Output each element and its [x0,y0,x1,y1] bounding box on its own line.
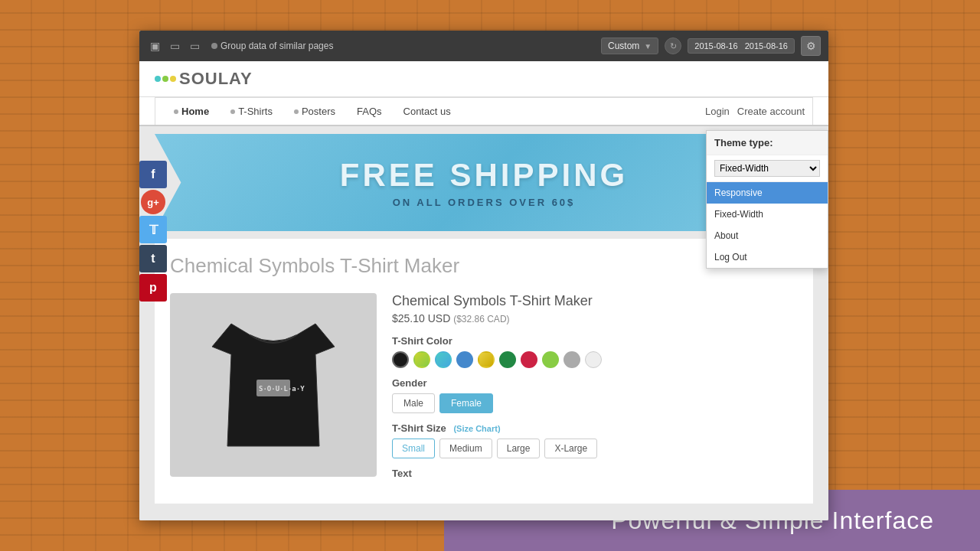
desktop-icon[interactable]: ▣ [147,38,162,54]
nav-home[interactable]: Home [163,98,220,125]
dropdown-arrow-icon: ▼ [644,42,652,51]
nav-dot-home [174,109,178,114]
color-swatch-white[interactable] [585,351,602,368]
nav-dot-posters [294,109,299,114]
color-label: T-Shirt Color [392,335,798,347]
logo: SOULAY [155,69,253,89]
nav-faqs[interactable]: FAQs [346,98,393,125]
date-range: 2015-08-16 2015-08-16 [688,38,795,54]
site-nav: Home T-Shirts Posters FAQs Contact us Lo… [139,97,828,126]
color-swatch-light-green[interactable] [542,351,559,368]
gender-male-button[interactable]: Male [392,393,435,413]
logo-dot-2 [162,76,168,82]
gender-buttons: Male Female [392,393,798,413]
size-buttons: Small Medium Large X-Large [392,439,798,458]
text-option-group: Text [392,468,798,479]
theme-menu-logout[interactable]: Log Out [707,246,828,268]
theme-popup-header: Theme type: [707,131,828,155]
gender-female-button[interactable]: Female [439,393,493,413]
nav-dot-tshirts [230,109,235,114]
nav-inner: Home T-Shirts Posters FAQs Contact us Lo… [155,97,813,125]
text-label: Text [392,468,798,479]
size-label: T-Shirt Size (Size Chart) [392,422,798,434]
gender-label: Gender [392,377,798,389]
theme-popup: Theme type: Fixed-Width Responsive Respo… [706,130,828,269]
nav-posters[interactable]: Posters [283,98,346,125]
size-small-button[interactable]: Small [392,439,435,458]
color-swatch-yellow-green[interactable] [413,351,430,368]
logo-text: SOULAY [179,69,253,89]
color-swatch-dark-green[interactable] [499,351,516,368]
size-option-group: T-Shirt Size (Size Chart) Small Medium L… [392,422,798,458]
product-image: S·O·U·L·a·Y [170,293,377,477]
color-option-group: T-Shirt Color [392,335,798,368]
refresh-button[interactable]: ↻ [665,37,681,54]
color-swatch-black[interactable] [392,351,409,368]
color-swatch-red[interactable] [521,351,537,368]
browser-window: ▣ ▭ ▭ Group data of similar pages Custom… [139,31,828,520]
product-name: Chemical Symbols T-Shirt Maker [392,293,798,309]
color-swatch-yellow[interactable] [478,351,495,368]
product-layout: S·O·U·L·a·Y Chemical Symbols T-Shirt Mak… [170,293,798,488]
logo-dot-1 [155,76,161,82]
group-data-label: Group data of similar pages [211,41,333,51]
nav-tshirts[interactable]: T-Shirts [220,98,283,125]
svg-text:S·O·U·L·a·Y: S·O·U·L·a·Y [259,385,305,393]
login-link[interactable]: Login [705,106,730,117]
create-account-link[interactable]: Create account [737,106,805,117]
mobile-icon[interactable]: ▭ [187,38,202,54]
size-medium-button[interactable]: Medium [439,439,492,458]
tumblr-button[interactable]: t [139,245,167,272]
color-swatches [392,351,798,368]
product-details: Chemical Symbols T-Shirt Maker $25.10 US… [392,293,798,488]
facebook-button[interactable]: f [139,161,167,188]
site-content: SOULAY Home T-Shirts Posters [139,61,828,520]
tablet-icon[interactable]: ▭ [167,38,182,54]
twitter-button[interactable]: 𝕋 [139,216,167,243]
banner-subtitle: ON ALL ORDERS OVER 60$ [170,197,798,208]
custom-dropdown[interactable]: Custom ▼ [601,37,658,54]
product-section: Chemical Symbols T-Shirt Maker S·O·U·L·a… [155,239,813,504]
color-swatch-gray[interactable] [564,351,580,368]
color-swatch-blue[interactable] [456,351,473,368]
device-icons: ▣ ▭ ▭ [147,38,202,54]
nav-links: Home T-Shirts Posters FAQs Contact us [163,98,705,125]
nav-auth: Login Create account [705,106,805,117]
theme-select-row: Fixed-Width Responsive [707,155,828,182]
browser-toolbar: ▣ ▭ ▭ Group data of similar pages Custom… [139,31,828,61]
tshirt-svg: S·O·U·L·a·Y [189,308,358,461]
nav-contact[interactable]: Contact us [393,98,462,125]
product-price: $25.10 USD ($32.86 CAD) [392,312,798,324]
theme-menu-responsive[interactable]: Responsive [707,182,828,204]
logo-dots [155,76,176,82]
theme-menu-about[interactable]: About [707,225,828,246]
banner-title: FREE SHIPPING [170,157,798,194]
pinterest-button[interactable]: p [139,274,167,302]
color-swatch-teal[interactable] [435,351,452,368]
size-chart-link[interactable]: (Size Chart) [453,424,500,433]
size-xlarge-button[interactable]: X-Large [544,439,597,458]
googleplus-button[interactable]: g+ [141,190,165,214]
site-header: SOULAY [139,61,828,97]
theme-menu-fixed-width[interactable]: Fixed-Width [707,204,828,225]
size-large-button[interactable]: Large [497,439,541,458]
theme-type-select[interactable]: Fixed-Width Responsive [714,160,820,177]
social-sidebar: f g+ 𝕋 t p [139,161,167,302]
product-page-title: Chemical Symbols T-Shirt Maker [170,254,798,278]
group-data-dot [211,43,217,49]
gender-option-group: Gender Male Female [392,377,798,413]
settings-button[interactable]: ⚙ [801,36,821,56]
logo-dot-3 [170,76,176,82]
